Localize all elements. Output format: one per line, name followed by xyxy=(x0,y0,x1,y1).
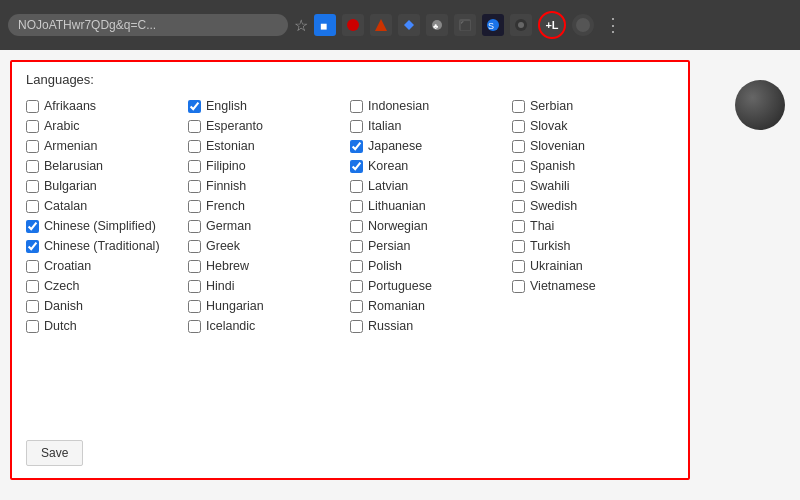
ext-icon-5[interactable]: ♣ xyxy=(426,14,448,36)
star-icon[interactable]: ☆ xyxy=(294,16,308,35)
lang-item[interactable]: Serbian xyxy=(512,97,674,115)
ext-icon-2[interactable] xyxy=(342,14,364,36)
lang-item[interactable]: Vietnamese xyxy=(512,277,674,295)
lang-checkbox[interactable] xyxy=(188,300,201,313)
lang-checkbox[interactable] xyxy=(26,220,39,233)
lang-checkbox[interactable] xyxy=(512,160,525,173)
lang-checkbox[interactable] xyxy=(188,200,201,213)
lang-item[interactable]: Chinese (Simplified) xyxy=(26,217,188,235)
lang-item[interactable]: Estonian xyxy=(188,137,350,155)
lang-checkbox[interactable] xyxy=(512,180,525,193)
lang-item[interactable]: Norwegian xyxy=(350,217,512,235)
lang-item[interactable]: Russian xyxy=(350,317,512,335)
lang-checkbox[interactable] xyxy=(26,100,39,113)
lang-checkbox[interactable] xyxy=(26,240,39,253)
lang-checkbox[interactable] xyxy=(512,280,525,293)
lang-item[interactable]: Chinese (Traditional) xyxy=(26,237,188,255)
lang-item[interactable]: Finnish xyxy=(188,177,350,195)
lang-checkbox[interactable] xyxy=(188,140,201,153)
lang-checkbox[interactable] xyxy=(188,180,201,193)
lang-item[interactable]: French xyxy=(188,197,350,215)
menu-dots[interactable]: ⋮ xyxy=(604,14,622,36)
ext-icon-7[interactable]: S xyxy=(482,14,504,36)
lang-checkbox[interactable] xyxy=(26,120,39,133)
lang-item[interactable]: Arabic xyxy=(26,117,188,135)
lang-item[interactable]: Danish xyxy=(26,297,188,315)
lang-checkbox[interactable] xyxy=(26,200,39,213)
ext-icon-3[interactable] xyxy=(370,14,392,36)
lang-item[interactable]: Spanish xyxy=(512,157,674,175)
lang-checkbox[interactable] xyxy=(512,120,525,133)
lang-checkbox[interactable] xyxy=(512,140,525,153)
lang-checkbox[interactable] xyxy=(512,260,525,273)
lang-item[interactable]: Dutch xyxy=(26,317,188,335)
lang-checkbox[interactable] xyxy=(350,140,363,153)
lang-item[interactable]: Turkish xyxy=(512,237,674,255)
lang-item[interactable]: Czech xyxy=(26,277,188,295)
lang-checkbox[interactable] xyxy=(26,260,39,273)
lang-item[interactable]: Slovak xyxy=(512,117,674,135)
lang-item[interactable]: Thai xyxy=(512,217,674,235)
lang-item[interactable]: Croatian xyxy=(26,257,188,275)
lang-item[interactable]: Bulgarian xyxy=(26,177,188,195)
lang-checkbox[interactable] xyxy=(188,240,201,253)
lang-item[interactable]: Indonesian xyxy=(350,97,512,115)
lang-checkbox[interactable] xyxy=(512,240,525,253)
lang-item[interactable]: Catalan xyxy=(26,197,188,215)
lang-checkbox[interactable] xyxy=(188,260,201,273)
lang-item[interactable]: Lithuanian xyxy=(350,197,512,215)
lang-checkbox[interactable] xyxy=(26,320,39,333)
lang-checkbox[interactable] xyxy=(512,200,525,213)
lang-checkbox[interactable] xyxy=(188,100,201,113)
lang-item[interactable]: Afrikaans xyxy=(26,97,188,115)
lang-item[interactable]: Esperanto xyxy=(188,117,350,135)
lang-checkbox[interactable] xyxy=(350,200,363,213)
lang-item[interactable]: Swahili xyxy=(512,177,674,195)
address-bar[interactable]: NOJoATHwr7QDg&q=C... xyxy=(8,14,288,36)
lang-item[interactable]: Latvian xyxy=(350,177,512,195)
lang-checkbox[interactable] xyxy=(350,220,363,233)
lang-item[interactable]: Hindi xyxy=(188,277,350,295)
lang-checkbox[interactable] xyxy=(26,180,39,193)
lang-checkbox[interactable] xyxy=(26,300,39,313)
lang-item[interactable]: Belarusian xyxy=(26,157,188,175)
lang-checkbox[interactable] xyxy=(188,220,201,233)
lang-item[interactable]: Armenian xyxy=(26,137,188,155)
lang-item[interactable]: Icelandic xyxy=(188,317,350,335)
plus-l-button[interactable]: +L xyxy=(538,11,566,39)
lang-checkbox[interactable] xyxy=(350,100,363,113)
lang-item[interactable]: Hebrew xyxy=(188,257,350,275)
ext-icon-8[interactable] xyxy=(510,14,532,36)
lang-checkbox[interactable] xyxy=(350,120,363,133)
ext-icon-4[interactable] xyxy=(398,14,420,36)
lang-checkbox[interactable] xyxy=(350,320,363,333)
ext-icon-6[interactable]: ⬛ xyxy=(454,14,476,36)
lang-item[interactable]: Hungarian xyxy=(188,297,350,315)
lang-item[interactable]: Japanese xyxy=(350,137,512,155)
lang-checkbox[interactable] xyxy=(350,240,363,253)
lang-checkbox[interactable] xyxy=(350,180,363,193)
lang-checkbox[interactable] xyxy=(512,100,525,113)
ext-icon-1[interactable]: ◼ xyxy=(314,14,336,36)
lang-item[interactable]: Portuguese xyxy=(350,277,512,295)
lang-checkbox[interactable] xyxy=(350,160,363,173)
lang-item[interactable]: Polish xyxy=(350,257,512,275)
lang-item[interactable]: Persian xyxy=(350,237,512,255)
lang-checkbox[interactable] xyxy=(26,140,39,153)
lang-item[interactable]: Slovenian xyxy=(512,137,674,155)
lang-checkbox[interactable] xyxy=(512,220,525,233)
lang-checkbox[interactable] xyxy=(188,280,201,293)
lang-checkbox[interactable] xyxy=(188,320,201,333)
lang-checkbox[interactable] xyxy=(188,160,201,173)
lang-checkbox[interactable] xyxy=(26,160,39,173)
lang-checkbox[interactable] xyxy=(350,300,363,313)
lang-checkbox[interactable] xyxy=(26,280,39,293)
lang-item[interactable]: Swedish xyxy=(512,197,674,215)
lang-checkbox[interactable] xyxy=(350,260,363,273)
lang-item[interactable]: Filipino xyxy=(188,157,350,175)
profile-icon[interactable] xyxy=(572,14,594,36)
save-button[interactable]: Save xyxy=(26,440,83,466)
lang-item[interactable]: Romanian xyxy=(350,297,512,315)
lang-item[interactable]: Italian xyxy=(350,117,512,135)
lang-checkbox[interactable] xyxy=(188,120,201,133)
